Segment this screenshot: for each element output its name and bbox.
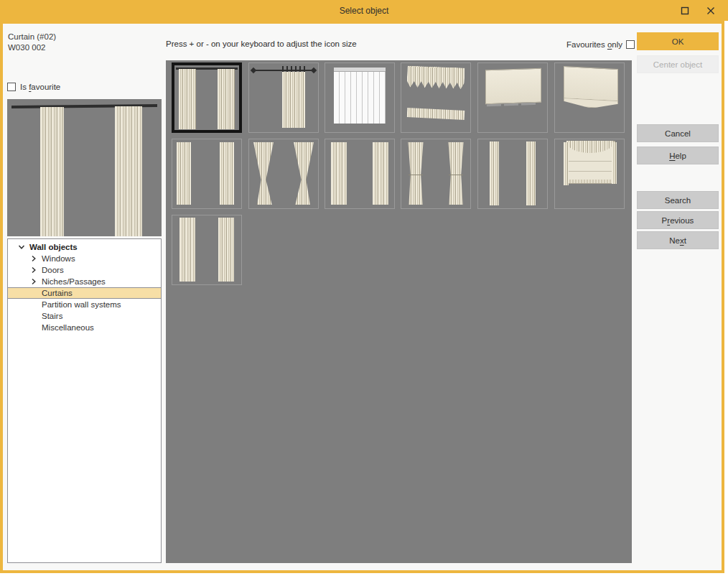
thumbnail-two-straight-panels-smooth[interactable] (325, 139, 395, 209)
checkbox-box[interactable] (7, 83, 16, 91)
curtain-graphic-part (566, 180, 614, 183)
chevron-right-icon (30, 278, 37, 285)
curtain-graphic-part (568, 171, 612, 172)
curtain-graphic-part (447, 142, 465, 205)
chevron-right-icon[interactable] (29, 255, 37, 263)
thumbnail-vertical-blinds[interactable] (325, 62, 395, 133)
curtain-graphic-part (485, 68, 541, 105)
curtain-graphic-part (334, 72, 386, 124)
favourites-only-checkbox[interactable]: Favourites only (566, 40, 635, 49)
thumbnail-single-panel-curtain-on-rod-with-rings[interactable] (248, 62, 319, 133)
tree-item-label: Wall objects (29, 243, 78, 251)
thumbnail-flat-panel-blind-folded[interactable] (554, 62, 625, 133)
tree-item-curtains[interactable]: Curtains (8, 287, 161, 299)
previous-button[interactable]: Previous (637, 211, 719, 229)
thumbnail-flat-panel-blind[interactable] (477, 62, 548, 133)
curtain-graphic-part (407, 66, 465, 90)
thumbnail-two-panels-tied-at-middle[interactable] (401, 139, 471, 209)
previous-button-label: Previous (662, 216, 694, 225)
close-button[interactable] (704, 4, 717, 17)
tree-item-windows[interactable]: Windows (8, 253, 161, 264)
curtain-graphic-part (282, 72, 305, 128)
thumbnail-two-narrow-straight-panels[interactable] (477, 139, 548, 209)
chevron-down-icon (18, 243, 25, 251)
thumbnail-two-tied-back-panels[interactable] (248, 139, 319, 209)
tree-item-niches-passages[interactable]: Niches/Passages (8, 276, 161, 287)
curtain-graphic-part (564, 142, 569, 185)
center-object-button-label: Center object (653, 60, 702, 69)
curtain-graphic-part (179, 218, 195, 282)
titlebar[interactable]: Select object (0, 0, 728, 21)
curtain-graphic-part (251, 68, 256, 73)
curtain-graphic-part (612, 142, 617, 184)
dialog-title: Select object (340, 6, 389, 16)
ok-button-label: OK (672, 37, 684, 46)
tree-indent-spacer (29, 312, 37, 320)
selected-object-name: Curtain (#02) (8, 32, 56, 41)
curtain-graphic-part (373, 142, 388, 205)
select-object-dialog: Select object Curtain (#02) W030 002 Is … (0, 0, 728, 576)
curtain-graphic-part (407, 108, 465, 120)
cancel-button-label: Cancel (665, 129, 691, 138)
curtain-graphic-part (409, 175, 423, 175)
center-object-button: Center object (637, 55, 719, 73)
tree-item-label: Windows (42, 254, 75, 263)
help-button-label: Help (669, 152, 686, 160)
thumbnail-two-panel-curtain-with-rod[interactable] (172, 62, 242, 133)
selected-object-code: W030 002 (8, 43, 45, 52)
curtain-graphic-part (331, 142, 347, 205)
curtain-graphic-part (564, 66, 618, 102)
chevron-right-icon (30, 266, 37, 274)
tree-item-doors[interactable]: Doors (8, 264, 161, 276)
search-button[interactable]: Search (637, 191, 719, 209)
curtain-graphic-part (568, 161, 612, 162)
tree-item-partition-wall-systems[interactable]: Partition wall systems (8, 299, 161, 310)
cancel-button[interactable]: Cancel (637, 124, 719, 142)
object-preview (7, 99, 162, 236)
ok-button[interactable]: OK (637, 32, 719, 50)
curtain-graphic-part (177, 142, 191, 205)
favourites-only-label: Favourites only (566, 40, 622, 49)
tree-item-stairs[interactable]: Stairs (8, 310, 161, 322)
curtain-graphic-part (218, 218, 234, 282)
help-button[interactable]: Help (637, 147, 719, 164)
curtain-panel-graphic (40, 107, 64, 236)
thumbnail-two-straight-panels-wide[interactable] (172, 215, 242, 285)
curtain-graphic-part (253, 142, 274, 205)
next-button[interactable]: Next (637, 231, 719, 249)
curtain-graphic-part (282, 66, 305, 72)
curtain-graphic-part (179, 69, 196, 129)
chevron-right-icon[interactable] (29, 278, 37, 286)
curtain-graphic-part (294, 142, 314, 205)
maximize-button[interactable] (678, 4, 691, 17)
tree-item-label: Partition wall systems (42, 300, 121, 309)
chevron-right-icon[interactable] (29, 266, 37, 274)
tree-item-label: Curtains (42, 289, 73, 297)
thumbnail-roman-shade-with-swag[interactable] (554, 139, 625, 209)
search-button-label: Search (665, 196, 691, 205)
tree-indent-spacer (29, 301, 37, 309)
icon-size-hint: Press + or - on your keyboard to adjust … (166, 40, 357, 48)
curtain-graphic-part (490, 141, 499, 205)
checkbox-box[interactable] (626, 40, 635, 49)
close-icon (706, 6, 715, 15)
tree-item-miscellaneous[interactable]: Miscellaneous (8, 322, 161, 333)
tree-item-label: Doors (42, 266, 64, 274)
thumbnail-valance-pair[interactable] (401, 62, 471, 133)
tree-item-label: Niches/Passages (42, 277, 106, 286)
curtain-graphic-part (220, 142, 234, 205)
tree-indent-spacer (29, 324, 37, 332)
next-button-label: Next (669, 236, 686, 245)
chevron-down-icon[interactable] (17, 243, 25, 251)
category-tree: Wall objectsWindowsDoorsNiches/PassagesC… (7, 238, 162, 563)
curtain-graphic-part (407, 142, 424, 205)
is-favourite-label: Is favourite (20, 83, 60, 91)
thumbnail-two-straight-panels[interactable] (172, 139, 242, 209)
curtain-panel-graphic (115, 106, 142, 236)
curtain-graphic-part (311, 68, 317, 73)
curtain-graphic-part (218, 69, 235, 129)
tree-item-wall-objects[interactable]: Wall objects (8, 241, 161, 253)
is-favourite-checkbox[interactable]: Is favourite (7, 83, 60, 91)
object-thumbnail-grid (166, 60, 632, 563)
tree-item-label: Miscellaneous (42, 323, 94, 332)
